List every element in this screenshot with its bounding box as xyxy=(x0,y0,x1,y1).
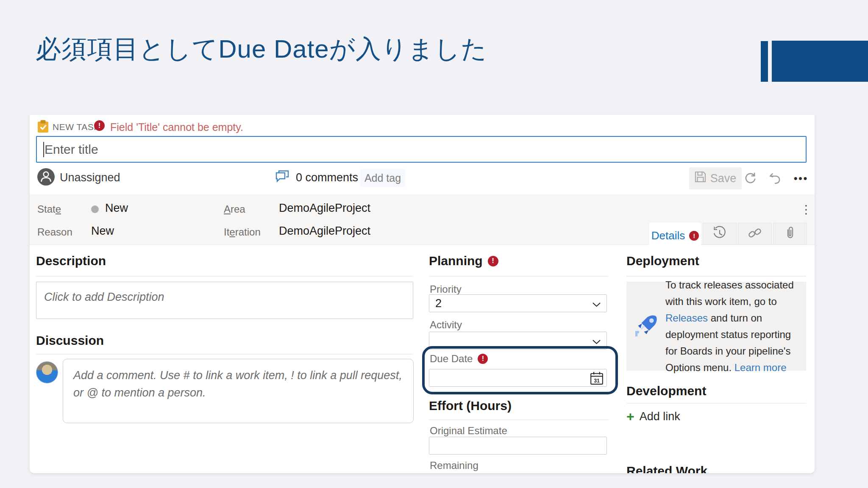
development-heading: Development xyxy=(626,384,706,398)
priority-dropdown[interactable]: 2 xyxy=(429,294,607,312)
planning-heading: Planning xyxy=(429,254,498,268)
activity-dropdown[interactable] xyxy=(429,332,607,349)
plus-icon xyxy=(626,410,634,423)
comment-input[interactable]: Add a comment. Use # to link a work item… xyxy=(63,359,414,423)
title-input[interactable] xyxy=(36,136,807,163)
state-dot-icon xyxy=(91,205,99,213)
slide-accent-bar-wide xyxy=(772,41,868,82)
tab-links[interactable] xyxy=(738,223,772,245)
save-floppy-icon xyxy=(695,171,706,186)
due-date-label: Due Date xyxy=(430,353,473,365)
discussion-divider xyxy=(36,354,413,355)
due-date-input[interactable] xyxy=(429,369,607,387)
rocket-icon xyxy=(626,313,665,339)
effort-heading: Effort (Hours) xyxy=(429,399,512,413)
planning-divider xyxy=(429,276,609,277)
error-badge-icon xyxy=(94,120,105,131)
iteration-value[interactable]: DemoAgileProject xyxy=(279,225,370,238)
original-estimate-input[interactable] xyxy=(429,437,607,455)
tab-attachments[interactable] xyxy=(773,223,807,245)
deployment-info-panel: To track releases associated with this w… xyxy=(626,282,806,371)
strip-more-options-icon[interactable] xyxy=(800,202,812,216)
paperclip-icon xyxy=(783,226,797,242)
reason-value[interactable]: New xyxy=(91,225,114,238)
description-heading: Description xyxy=(36,254,106,268)
chevron-down-icon xyxy=(593,297,601,310)
slide-title: 必須項目としてDue Dateが入りました xyxy=(36,32,487,67)
description-placeholder: Click to add Description xyxy=(44,291,164,303)
more-actions-button[interactable] xyxy=(792,169,810,188)
tab-details[interactable]: Details xyxy=(649,223,701,248)
development-divider xyxy=(626,403,806,404)
comments-button[interactable]: 0 comments xyxy=(275,170,358,185)
state-label: State xyxy=(37,203,61,215)
priority-label: Priority xyxy=(430,283,462,295)
save-label: Save xyxy=(710,172,737,185)
remaining-label: Remaining xyxy=(430,460,479,471)
save-button[interactable]: Save xyxy=(689,167,742,189)
due-date-error-badge-icon xyxy=(478,354,488,364)
description-editor[interactable]: Click to add Description xyxy=(36,282,413,319)
activity-label: Activity xyxy=(430,319,462,331)
chevron-down-icon xyxy=(593,334,601,347)
learn-more-link[interactable]: Learn more xyxy=(734,362,787,373)
calendar-day-text: 31 xyxy=(594,378,600,384)
priority-value: 2 xyxy=(435,297,442,310)
work-item-type-label: NEW TASK xyxy=(53,122,100,132)
area-value[interactable]: DemoAgileProject xyxy=(279,202,370,215)
reason-label: Reason xyxy=(37,226,72,238)
assignee-label: Unassigned xyxy=(60,171,120,184)
validation-error-text: Field 'Title' cannot be empty. xyxy=(110,121,243,133)
comments-count: 0 comments xyxy=(296,171,358,184)
user-avatar xyxy=(36,361,58,383)
details-error-badge-icon xyxy=(689,231,699,241)
related-work-heading: Related Work xyxy=(626,464,707,473)
refresh-button[interactable] xyxy=(741,169,760,188)
due-date-label-row: Due Date xyxy=(430,353,488,365)
history-icon xyxy=(712,226,727,242)
assignee-picker[interactable]: Unassigned xyxy=(37,168,120,187)
planning-error-badge-icon xyxy=(488,256,498,266)
state-value[interactable]: New xyxy=(105,202,128,215)
comment-bubble-icon xyxy=(275,170,290,185)
tab-history[interactable] xyxy=(703,223,737,245)
original-estimate-label: Original Estimate xyxy=(430,425,507,437)
comment-placeholder: Add a comment. Use # to link a work item… xyxy=(73,369,402,399)
unassigned-person-icon xyxy=(37,168,55,187)
slide-accent-bar-thin xyxy=(761,41,768,82)
effort-divider xyxy=(429,419,609,420)
area-label: Area xyxy=(224,203,245,215)
description-divider xyxy=(36,276,413,277)
calendar-icon[interactable]: 31 xyxy=(590,372,604,387)
undo-button[interactable] xyxy=(765,169,784,188)
discussion-heading: Discussion xyxy=(36,333,104,348)
add-link-label: Add link xyxy=(640,410,680,423)
task-type-icon xyxy=(37,120,49,135)
iteration-label: Iteration xyxy=(224,226,261,238)
add-tag-button[interactable]: Add tag xyxy=(360,169,405,187)
text-cursor xyxy=(43,142,44,157)
add-link-button[interactable]: Add link xyxy=(626,410,680,423)
releases-link[interactable]: Releases xyxy=(665,312,708,324)
deployment-heading: Deployment xyxy=(626,254,699,268)
deployment-info-text: To track releases associated with this w… xyxy=(665,277,806,376)
details-tab-label: Details xyxy=(651,229,685,242)
link-icon xyxy=(748,226,762,242)
work-item-form: NEW TASK Field 'Title' cannot be empty. … xyxy=(30,115,815,473)
